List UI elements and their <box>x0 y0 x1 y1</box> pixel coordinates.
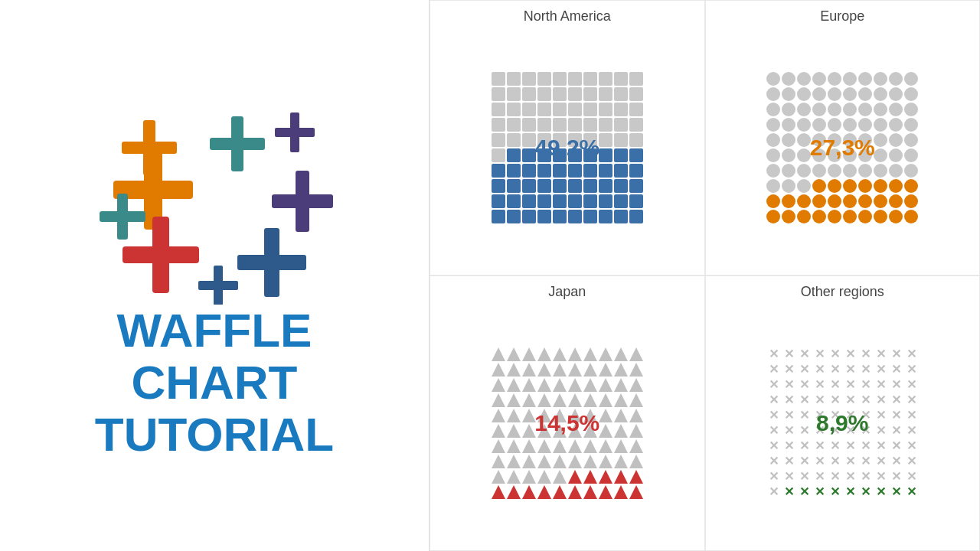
waffle-cell <box>507 424 521 438</box>
waffle-cell <box>553 103 567 116</box>
waffle-cell <box>828 103 841 116</box>
waffle-cell <box>522 485 536 499</box>
waffle-cell <box>568 485 582 499</box>
waffle-cell <box>537 148 551 162</box>
waffle-cell: ✕ <box>782 485 795 499</box>
waffle-cell <box>537 485 551 499</box>
waffle-cell <box>614 455 628 468</box>
waffle-cell <box>522 378 536 392</box>
waffle-cell: ✕ <box>782 347 795 361</box>
svg-rect-9 <box>272 194 333 208</box>
japan-waffle: 14,5% <box>439 305 695 541</box>
waffle-cell: ✕ <box>874 378 887 392</box>
waffle-cell <box>507 148 521 162</box>
waffle-cell <box>889 133 903 147</box>
waffle-cell <box>492 347 505 361</box>
waffle-cell <box>797 103 811 116</box>
logo-svg <box>77 90 352 305</box>
waffle-cell <box>522 87 536 101</box>
waffle-cell: ✕ <box>843 347 857 361</box>
waffle-cell <box>492 133 505 147</box>
waffle-cell <box>858 210 872 223</box>
waffle-cell <box>583 378 597 392</box>
title-line2: CHART <box>132 357 298 409</box>
waffle-cell <box>889 87 903 101</box>
waffle-cell <box>766 164 780 178</box>
waffle-cell <box>553 439 567 453</box>
waffle-cell <box>828 210 841 223</box>
waffle-cell <box>537 72 551 86</box>
waffle-cell <box>583 148 597 162</box>
waffle-cell <box>492 378 505 392</box>
waffle-cell: ✕ <box>858 455 872 468</box>
north-america-waffle: 49,2% <box>439 29 695 266</box>
waffle-cell <box>874 148 887 162</box>
waffle-cell <box>629 393 643 407</box>
waffle-cell <box>492 164 505 178</box>
waffle-cell <box>782 148 795 162</box>
waffle-cell <box>766 194 780 208</box>
waffle-cell: ✕ <box>812 409 826 422</box>
waffle-cell <box>537 118 551 132</box>
waffle-cell <box>507 194 521 208</box>
waffle-cell <box>599 103 612 116</box>
waffle-cell <box>904 118 918 132</box>
svg-rect-5 <box>122 142 177 154</box>
waffle-cell <box>889 72 903 86</box>
waffle-cell <box>629 485 643 499</box>
waffle-cell: ✕ <box>889 393 903 407</box>
waffle-cell <box>629 87 643 101</box>
svg-rect-3 <box>210 138 265 150</box>
waffle-cell <box>599 439 612 453</box>
waffle-cell <box>553 133 567 147</box>
waffle-cell <box>507 118 521 132</box>
waffle-cell <box>904 87 918 101</box>
waffle-cell <box>568 455 582 468</box>
waffle-cell: ✕ <box>889 455 903 468</box>
waffle-cell <box>568 72 582 86</box>
waffle-cell <box>874 179 887 193</box>
waffle-cell <box>537 378 551 392</box>
waffle-cell <box>537 439 551 453</box>
waffle-cell <box>507 470 521 484</box>
waffle-cell: ✕ <box>889 378 903 392</box>
svg-rect-11 <box>122 246 199 263</box>
waffle-cell <box>522 148 536 162</box>
waffle-cell <box>522 103 536 116</box>
waffle-cell <box>522 118 536 132</box>
waffle-cell <box>843 133 857 147</box>
waffle-cell <box>492 485 505 499</box>
waffle-cell <box>599 148 612 162</box>
waffle-cell: ✕ <box>904 378 918 392</box>
waffle-cell: ✕ <box>889 363 903 377</box>
waffle-cell: ✕ <box>782 409 795 422</box>
waffle-cell: ✕ <box>812 393 826 407</box>
waffle-cell: ✕ <box>843 409 857 422</box>
waffle-cell: ✕ <box>797 409 811 422</box>
waffle-cell <box>889 148 903 162</box>
waffle-cell <box>583 393 597 407</box>
waffle-cell <box>553 210 567 223</box>
waffle-cell <box>828 148 841 162</box>
waffle-cell <box>553 118 567 132</box>
waffle-cell <box>537 87 551 101</box>
waffle-cell <box>492 194 505 208</box>
waffle-cell <box>553 485 567 499</box>
waffle-cell <box>507 87 521 101</box>
waffle-cell <box>507 179 521 193</box>
waffle-cell: ✕ <box>858 393 872 407</box>
waffle-cell: ✕ <box>904 439 918 453</box>
chart-other: Other regions 8,9% ✕✕✕✕✕✕✕✕✕✕✕✕✕✕✕✕✕✕✕✕✕… <box>705 276 981 551</box>
waffle-cell: ✕ <box>889 470 903 484</box>
waffle-cell <box>553 393 567 407</box>
waffle-cell: ✕ <box>843 470 857 484</box>
waffle-cell <box>599 118 612 132</box>
waffle-cell <box>599 485 612 499</box>
waffle-cell <box>568 378 582 392</box>
waffle-cell: ✕ <box>812 470 826 484</box>
waffle-cell <box>766 72 780 86</box>
waffle-cell: ✕ <box>782 424 795 438</box>
waffle-cell <box>537 103 551 116</box>
waffle-cell <box>858 103 872 116</box>
waffle-cell <box>492 393 505 407</box>
